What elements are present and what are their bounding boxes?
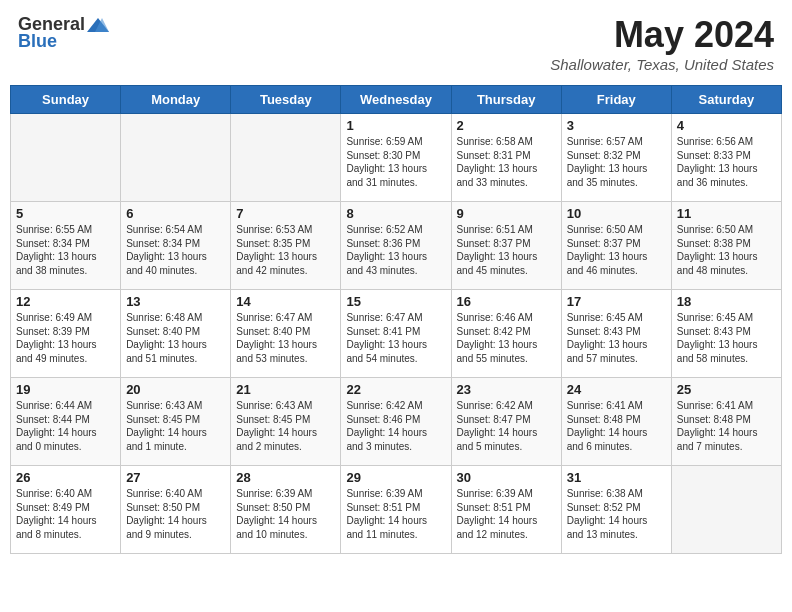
day-info: Sunrise: 6:45 AM Sunset: 8:43 PM Dayligh… [567, 311, 666, 365]
calendar-cell: 16Sunrise: 6:46 AM Sunset: 8:42 PM Dayli… [451, 290, 561, 378]
logo-icon [87, 16, 109, 34]
day-info: Sunrise: 6:52 AM Sunset: 8:36 PM Dayligh… [346, 223, 445, 277]
day-info: Sunrise: 6:54 AM Sunset: 8:34 PM Dayligh… [126, 223, 225, 277]
title-block: May 2024 Shallowater, Texas, United Stat… [550, 14, 774, 73]
day-info: Sunrise: 6:39 AM Sunset: 8:51 PM Dayligh… [457, 487, 556, 541]
day-info: Sunrise: 6:53 AM Sunset: 8:35 PM Dayligh… [236, 223, 335, 277]
calendar-cell [121, 114, 231, 202]
day-number: 14 [236, 294, 335, 309]
day-number: 16 [457, 294, 556, 309]
day-number: 24 [567, 382, 666, 397]
day-number: 20 [126, 382, 225, 397]
day-number: 1 [346, 118, 445, 133]
weekday-header-friday: Friday [561, 86, 671, 114]
calendar-cell: 24Sunrise: 6:41 AM Sunset: 8:48 PM Dayli… [561, 378, 671, 466]
day-info: Sunrise: 6:41 AM Sunset: 8:48 PM Dayligh… [677, 399, 776, 453]
day-number: 11 [677, 206, 776, 221]
calendar-cell: 11Sunrise: 6:50 AM Sunset: 8:38 PM Dayli… [671, 202, 781, 290]
weekday-header-tuesday: Tuesday [231, 86, 341, 114]
day-number: 17 [567, 294, 666, 309]
day-info: Sunrise: 6:42 AM Sunset: 8:47 PM Dayligh… [457, 399, 556, 453]
day-number: 28 [236, 470, 335, 485]
calendar-cell: 26Sunrise: 6:40 AM Sunset: 8:49 PM Dayli… [11, 466, 121, 554]
calendar-week-row: 5Sunrise: 6:55 AM Sunset: 8:34 PM Daylig… [11, 202, 782, 290]
day-number: 13 [126, 294, 225, 309]
calendar-week-row: 1Sunrise: 6:59 AM Sunset: 8:30 PM Daylig… [11, 114, 782, 202]
day-info: Sunrise: 6:43 AM Sunset: 8:45 PM Dayligh… [126, 399, 225, 453]
calendar-cell: 6Sunrise: 6:54 AM Sunset: 8:34 PM Daylig… [121, 202, 231, 290]
calendar-cell: 18Sunrise: 6:45 AM Sunset: 8:43 PM Dayli… [671, 290, 781, 378]
day-info: Sunrise: 6:39 AM Sunset: 8:51 PM Dayligh… [346, 487, 445, 541]
day-info: Sunrise: 6:42 AM Sunset: 8:46 PM Dayligh… [346, 399, 445, 453]
calendar-cell: 7Sunrise: 6:53 AM Sunset: 8:35 PM Daylig… [231, 202, 341, 290]
calendar-cell: 5Sunrise: 6:55 AM Sunset: 8:34 PM Daylig… [11, 202, 121, 290]
location-subtitle: Shallowater, Texas, United States [550, 56, 774, 73]
calendar-cell: 23Sunrise: 6:42 AM Sunset: 8:47 PM Dayli… [451, 378, 561, 466]
day-info: Sunrise: 6:46 AM Sunset: 8:42 PM Dayligh… [457, 311, 556, 365]
day-info: Sunrise: 6:49 AM Sunset: 8:39 PM Dayligh… [16, 311, 115, 365]
calendar-cell: 17Sunrise: 6:45 AM Sunset: 8:43 PM Dayli… [561, 290, 671, 378]
day-info: Sunrise: 6:47 AM Sunset: 8:40 PM Dayligh… [236, 311, 335, 365]
day-info: Sunrise: 6:55 AM Sunset: 8:34 PM Dayligh… [16, 223, 115, 277]
month-year-title: May 2024 [550, 14, 774, 56]
day-number: 29 [346, 470, 445, 485]
calendar-week-row: 19Sunrise: 6:44 AM Sunset: 8:44 PM Dayli… [11, 378, 782, 466]
day-info: Sunrise: 6:47 AM Sunset: 8:41 PM Dayligh… [346, 311, 445, 365]
day-number: 4 [677, 118, 776, 133]
day-info: Sunrise: 6:50 AM Sunset: 8:38 PM Dayligh… [677, 223, 776, 277]
calendar-cell: 13Sunrise: 6:48 AM Sunset: 8:40 PM Dayli… [121, 290, 231, 378]
day-number: 9 [457, 206, 556, 221]
day-number: 15 [346, 294, 445, 309]
day-number: 7 [236, 206, 335, 221]
day-info: Sunrise: 6:59 AM Sunset: 8:30 PM Dayligh… [346, 135, 445, 189]
weekday-header-row: SundayMondayTuesdayWednesdayThursdayFrid… [11, 86, 782, 114]
day-number: 18 [677, 294, 776, 309]
day-info: Sunrise: 6:41 AM Sunset: 8:48 PM Dayligh… [567, 399, 666, 453]
day-number: 3 [567, 118, 666, 133]
calendar-cell: 15Sunrise: 6:47 AM Sunset: 8:41 PM Dayli… [341, 290, 451, 378]
day-number: 21 [236, 382, 335, 397]
day-info: Sunrise: 6:48 AM Sunset: 8:40 PM Dayligh… [126, 311, 225, 365]
calendar-cell: 8Sunrise: 6:52 AM Sunset: 8:36 PM Daylig… [341, 202, 451, 290]
day-number: 8 [346, 206, 445, 221]
day-info: Sunrise: 6:40 AM Sunset: 8:50 PM Dayligh… [126, 487, 225, 541]
weekday-header-thursday: Thursday [451, 86, 561, 114]
calendar-cell: 3Sunrise: 6:57 AM Sunset: 8:32 PM Daylig… [561, 114, 671, 202]
calendar-table: SundayMondayTuesdayWednesdayThursdayFrid… [10, 85, 782, 554]
calendar-cell: 1Sunrise: 6:59 AM Sunset: 8:30 PM Daylig… [341, 114, 451, 202]
calendar-cell: 28Sunrise: 6:39 AM Sunset: 8:50 PM Dayli… [231, 466, 341, 554]
calendar-cell: 29Sunrise: 6:39 AM Sunset: 8:51 PM Dayli… [341, 466, 451, 554]
calendar-cell: 9Sunrise: 6:51 AM Sunset: 8:37 PM Daylig… [451, 202, 561, 290]
calendar-cell: 10Sunrise: 6:50 AM Sunset: 8:37 PM Dayli… [561, 202, 671, 290]
calendar-week-row: 12Sunrise: 6:49 AM Sunset: 8:39 PM Dayli… [11, 290, 782, 378]
day-number: 6 [126, 206, 225, 221]
day-info: Sunrise: 6:39 AM Sunset: 8:50 PM Dayligh… [236, 487, 335, 541]
day-number: 27 [126, 470, 225, 485]
day-info: Sunrise: 6:50 AM Sunset: 8:37 PM Dayligh… [567, 223, 666, 277]
calendar-cell: 31Sunrise: 6:38 AM Sunset: 8:52 PM Dayli… [561, 466, 671, 554]
day-number: 22 [346, 382, 445, 397]
day-number: 26 [16, 470, 115, 485]
calendar-cell: 27Sunrise: 6:40 AM Sunset: 8:50 PM Dayli… [121, 466, 231, 554]
day-number: 31 [567, 470, 666, 485]
calendar-cell [11, 114, 121, 202]
calendar-week-row: 26Sunrise: 6:40 AM Sunset: 8:49 PM Dayli… [11, 466, 782, 554]
day-info: Sunrise: 6:45 AM Sunset: 8:43 PM Dayligh… [677, 311, 776, 365]
calendar-cell: 25Sunrise: 6:41 AM Sunset: 8:48 PM Dayli… [671, 378, 781, 466]
day-info: Sunrise: 6:51 AM Sunset: 8:37 PM Dayligh… [457, 223, 556, 277]
day-info: Sunrise: 6:40 AM Sunset: 8:49 PM Dayligh… [16, 487, 115, 541]
calendar-cell: 21Sunrise: 6:43 AM Sunset: 8:45 PM Dayli… [231, 378, 341, 466]
day-number: 2 [457, 118, 556, 133]
day-number: 5 [16, 206, 115, 221]
day-info: Sunrise: 6:57 AM Sunset: 8:32 PM Dayligh… [567, 135, 666, 189]
calendar-cell: 14Sunrise: 6:47 AM Sunset: 8:40 PM Dayli… [231, 290, 341, 378]
calendar-cell: 19Sunrise: 6:44 AM Sunset: 8:44 PM Dayli… [11, 378, 121, 466]
calendar-cell [231, 114, 341, 202]
calendar-cell: 12Sunrise: 6:49 AM Sunset: 8:39 PM Dayli… [11, 290, 121, 378]
weekday-header-saturday: Saturday [671, 86, 781, 114]
day-number: 12 [16, 294, 115, 309]
calendar-cell: 22Sunrise: 6:42 AM Sunset: 8:46 PM Dayli… [341, 378, 451, 466]
day-number: 25 [677, 382, 776, 397]
page-header: General Blue May 2024 Shallowater, Texas… [10, 10, 782, 77]
day-info: Sunrise: 6:44 AM Sunset: 8:44 PM Dayligh… [16, 399, 115, 453]
